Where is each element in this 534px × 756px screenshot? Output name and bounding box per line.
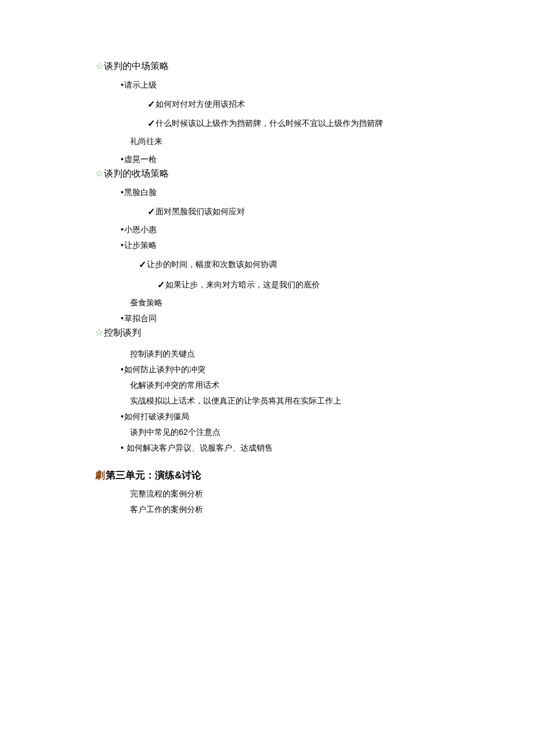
check-text: 如果让步，来向对方暗示，这是我们的底价	[165, 279, 320, 291]
bullet-text: 草拟合同	[124, 312, 157, 325]
check-icon: ✓	[147, 119, 155, 128]
check-icon: ✓	[139, 260, 146, 269]
check-text: 如何对付对方使用该招术	[156, 98, 245, 110]
bullet-text: 小恩小惠	[124, 224, 157, 236]
section-title: 谈判的中场策略	[104, 59, 169, 73]
bullet-item: • 请示上级	[95, 79, 534, 91]
unit-icon: 劇	[95, 468, 105, 483]
plain-item: 礼尚往来	[95, 135, 534, 147]
check-text: 让步的时间，幅度和次数该如何协调	[147, 258, 277, 271]
bullet-text: 请示上级	[124, 79, 157, 91]
bullet-dot-icon: •	[121, 239, 124, 251]
check-text: 什么时候该以上级作为挡箭牌，什么时候不宜以上级作为挡箭牌	[156, 117, 383, 129]
bullet-dot-icon: •	[121, 186, 124, 199]
section-heading-midfield: ☆ 谈判的中场策略	[95, 59, 534, 73]
bullet-dot-icon: •	[121, 363, 124, 376]
bullet-dot-icon: •	[121, 153, 124, 165]
section-title: 控制谈判	[104, 326, 141, 340]
bullet-dot-icon: •	[121, 79, 124, 91]
bullet-item: • 如何解决客户异议、说服客户、达成销售	[95, 442, 534, 454]
plain-item: 客户工作的案例分析	[95, 503, 534, 516]
bullet-item: • 草拟合同	[95, 312, 534, 325]
plain-item: 化解谈判冲突的常用话术	[95, 379, 534, 391]
bullet-dot-icon: •	[121, 312, 124, 325]
bullet-item: • 让步策略	[95, 239, 534, 251]
bullet-text: 如何解决客户异议、说服客户、达成销售	[127, 442, 273, 454]
unit-heading: 劇 第三单元：演练&讨论	[95, 468, 534, 483]
bullet-dot-icon: •	[121, 411, 124, 423]
star-icon: ☆	[95, 59, 103, 73]
section-heading-closing: ☆ 谈判的收场策略	[95, 167, 534, 181]
check-item: ✓ 如何对付对方使用该招术	[95, 98, 534, 110]
section-title: 谈判的收场策略	[104, 167, 169, 181]
check-item: ✓ 面对黑脸我们该如何应对	[95, 206, 534, 218]
bullet-item: • 如何防止谈判中的冲突	[95, 363, 534, 376]
check-icon: ✓	[147, 100, 155, 109]
star-icon: ☆	[95, 167, 103, 181]
bullet-item: • 小恩小惠	[95, 224, 534, 236]
bullet-item: • 虚晃一枪	[95, 153, 534, 165]
plain-item: 蚕食策略	[95, 297, 534, 309]
check-item: ✓ 如果让步，来向对方暗示，这是我们的底价	[95, 279, 534, 291]
bullet-text: 如何防止谈判中的冲突	[124, 363, 205, 376]
bullet-item: • 黑脸白脸	[95, 186, 534, 199]
bullet-dot-icon: •	[121, 224, 124, 236]
plain-item: 实战模拟以上话术，以便真正的让学员将其用在实际工作上	[95, 395, 534, 407]
plain-item: 控制谈判的关键点	[95, 348, 534, 360]
section-heading-control: ☆ 控制谈判	[95, 326, 534, 340]
check-text: 面对黑脸我们该如何应对	[156, 206, 245, 218]
check-item: ✓ 让步的时间，幅度和次数该如何协调	[95, 258, 534, 271]
check-icon: ✓	[157, 280, 165, 290]
check-icon: ✓	[147, 207, 155, 217]
bullet-text: 让步策略	[124, 239, 157, 251]
bullet-text: 如何打破谈判僵局	[124, 411, 189, 423]
bullet-text: 黑脸白脸	[124, 186, 157, 199]
check-item: ✓ 什么时候该以上级作为挡箭牌，什么时候不宜以上级作为挡箭牌	[95, 117, 534, 129]
bullet-item: • 如何打破谈判僵局	[95, 411, 534, 423]
bullet-text: 虚晃一枪	[124, 153, 157, 165]
plain-item: 谈判中常见的62个注意点	[95, 426, 534, 438]
unit-title: 第三单元：演练&讨论	[106, 468, 201, 483]
bullet-dot-icon: •	[121, 442, 126, 454]
plain-item: 完整流程的案例分析	[95, 488, 534, 500]
star-icon: ☆	[95, 326, 103, 340]
